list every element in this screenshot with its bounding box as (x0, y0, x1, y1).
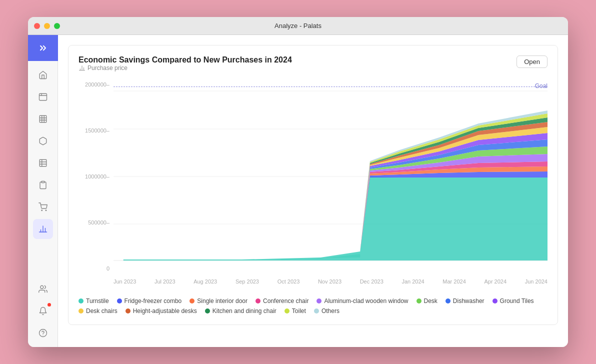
x-label-aug23: Aug 2023 (194, 278, 217, 284)
x-label-dec23: Dec 2023 (360, 278, 384, 284)
sidebar-item-browser[interactable] (33, 87, 53, 107)
subtitle-icon (78, 64, 86, 72)
legend-dot-desk-chairs (78, 308, 84, 314)
x-label-jun24: Jun 2024 (525, 278, 548, 284)
legend-item-door: Single interior door (190, 298, 248, 304)
chart-card: Economic Savings Compared to New Purchas… (68, 45, 558, 325)
notification-badge (48, 303, 51, 306)
minimize-button[interactable] (44, 23, 50, 29)
titlebar: Analyze - Palats (28, 17, 568, 35)
chart-subtitle: Purchase price (78, 64, 292, 72)
y-label-2000000: 2000000– (78, 82, 114, 88)
legend-item-aluminum: Aluminum-clad wooden window (316, 298, 408, 304)
chart-svg (114, 82, 548, 272)
legend-item-turnstile: Turnstile (78, 298, 109, 304)
legend-dot-conference (256, 298, 260, 304)
legend-item-ground-tiles: Ground Tiles (492, 298, 534, 304)
traffic-lights (34, 23, 60, 29)
svg-point-13 (42, 210, 42, 211)
legend-label-ground-tiles: Ground Tiles (500, 298, 534, 304)
legend-item-conference: Conference chair (256, 298, 308, 304)
sidebar-item-help[interactable] (33, 323, 53, 343)
open-button[interactable]: Open (516, 56, 548, 68)
chart-header: Economic Savings Compared to New Purchas… (78, 56, 548, 76)
svg-rect-3 (40, 116, 46, 122)
legend-dot-desk (416, 298, 422, 304)
legend-item-desk: Desk (416, 298, 438, 304)
legend-item-desk-chairs: Desk chairs (78, 308, 118, 314)
legend-label-desk: Desk (424, 298, 438, 304)
legend-item-kitchen-chair: Kitchen and dining chair (205, 308, 276, 314)
sidebar-top-button[interactable] (28, 35, 58, 61)
y-label-1500000: 1500000– (78, 128, 114, 134)
legend-label-fridge: Fridge-freezer combo (124, 298, 182, 304)
y-label-500000: 500000– (78, 220, 114, 226)
legend-dot-door (190, 298, 194, 304)
svg-point-19 (40, 286, 43, 288)
legend-label-aluminum: Aluminum-clad wooden window (324, 298, 408, 304)
close-button[interactable] (34, 23, 40, 29)
window-title: Analyze - Palats (274, 22, 322, 30)
chart-title-group: Economic Savings Compared to New Purchas… (78, 56, 292, 76)
legend-dot-others (314, 308, 319, 314)
legend-dot-kitchen-chair (205, 308, 210, 314)
x-label-jan24: Jan 2024 (402, 278, 424, 284)
legend-label-desk-chairs: Desk chairs (86, 308, 118, 314)
legend-label-kitchen-chair: Kitchen and dining chair (212, 308, 276, 314)
svg-rect-8 (40, 160, 46, 166)
legend-dot-aluminum (316, 298, 322, 304)
legend-label-height-desks: Height-adjustable desks (133, 308, 197, 314)
svg-rect-0 (39, 94, 46, 100)
legend-item-height-desks: Height-adjustable desks (126, 308, 197, 314)
sidebar-item-table[interactable] (33, 153, 53, 173)
sidebar-item-users[interactable] (33, 279, 53, 299)
sidebar-item-notifications[interactable] (33, 301, 53, 321)
y-axis: 2000000– 1500000– 1000000– 500000– 0 (78, 82, 114, 272)
x-label-mar24: Mar 2024 (442, 278, 466, 284)
sidebar (28, 35, 58, 347)
chart-plot (114, 82, 548, 272)
x-label-oct23: Oct 2023 (278, 278, 300, 284)
content-area: Economic Savings Compared to New Purchas… (58, 35, 568, 347)
legend-dot-dishwasher (446, 298, 450, 304)
sidebar-item-cube[interactable] (33, 131, 53, 151)
chart-legend: Turnstile Fridge-freezer combo Single in… (78, 298, 548, 314)
svg-point-20 (39, 330, 46, 337)
chart-title: Economic Savings Compared to New Purchas… (78, 56, 292, 64)
legend-label-door: Single interior door (197, 298, 248, 304)
sidebar-item-clipboard[interactable] (33, 175, 53, 195)
x-axis: Jun 2023 Jul 2023 Aug 2023 Sep 2023 Oct … (114, 272, 548, 292)
legend-item-toilet: Toilet (284, 308, 306, 314)
legend-label-conference: Conference chair (263, 298, 308, 304)
legend-dot-fridge (117, 298, 122, 304)
legend-item-dishwasher: Dishwasher (446, 298, 484, 304)
legend-item-fridge: Fridge-freezer combo (117, 298, 182, 304)
legend-label-turnstile: Turnstile (86, 298, 109, 304)
x-label-apr24: Apr 2024 (484, 278, 506, 284)
x-label-jun23: Jun 2023 (114, 278, 136, 284)
chart-area: Goal 2000000– 1500000– 1000000– 500000– … (78, 82, 548, 292)
sidebar-item-cart[interactable] (33, 197, 53, 217)
x-label-jul23: Jul 2023 (154, 278, 176, 284)
maximize-button[interactable] (54, 23, 60, 29)
x-label-sep23: Sep 2023 (236, 278, 259, 284)
x-label-nov23: Nov 2023 (318, 278, 342, 284)
sidebar-item-home[interactable] (33, 65, 53, 85)
svg-rect-12 (42, 182, 44, 183)
legend-item-others: Others (314, 308, 340, 314)
y-label-0: 0 (78, 266, 114, 272)
legend-dot-ground-tiles (492, 298, 498, 304)
sidebar-item-chart[interactable] (33, 219, 53, 239)
legend-label-others: Others (322, 308, 340, 314)
legend-label-dishwasher: Dishwasher (453, 298, 484, 304)
legend-dot-height-desks (126, 308, 130, 314)
sidebar-item-building[interactable] (33, 109, 53, 129)
legend-label-toilet: Toilet (292, 308, 306, 314)
y-label-1000000: 1000000– (78, 174, 114, 180)
legend-dot-toilet (284, 308, 290, 314)
app-window: Analyze - Palats (28, 17, 568, 347)
legend-dot-turnstile (78, 298, 84, 304)
main-content: Economic Savings Compared to New Purchas… (28, 35, 568, 347)
svg-point-14 (46, 210, 46, 211)
